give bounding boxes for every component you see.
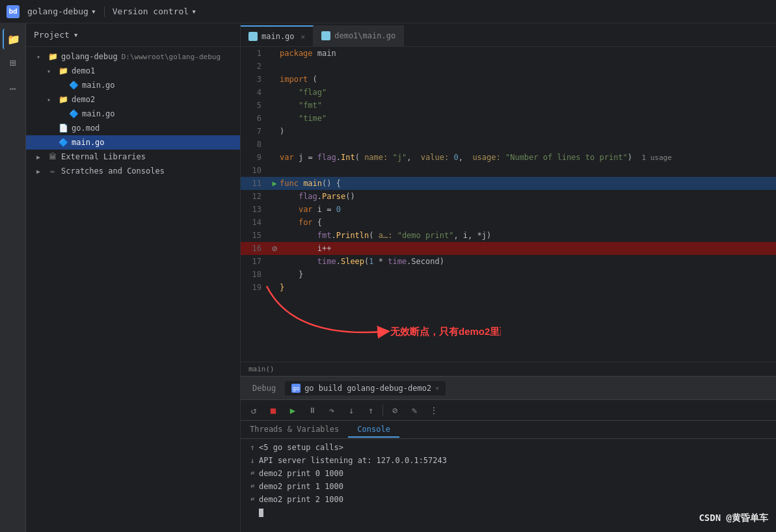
tab-demo1-main[interactable]: demo1\main.go (314, 25, 404, 46)
version-control[interactable]: Version control ▾ (113, 7, 196, 16)
stop-btn[interactable]: ■ (265, 403, 281, 418)
tree-item-golang-debug[interactable]: ▾ 📁 golang-debug D:\wwwroot\golang-debug (26, 49, 240, 64)
line-bp-space (269, 113, 280, 124)
line-number: 2 (246, 62, 269, 71)
tree-item-demo1[interactable]: ▾ 📁 demo1 (26, 64, 240, 78)
code-text: var i = 0 (280, 205, 341, 214)
code-content: 1 package main 2 3 import ( (241, 47, 776, 362)
tab-label: main.go (261, 32, 295, 41)
console-eq-icon: ⇄ (246, 482, 259, 489)
tree-item-demo1-main[interactable]: 🔷 main.go (26, 78, 240, 92)
main-layout: 📁 ⊞ … Project ▾ ▾ 📁 golang-debug D:\wwwr… (0, 23, 776, 532)
separator (104, 7, 105, 17)
console-text: demo2 print 0 1000 (259, 469, 343, 478)
line-number: 13 (246, 205, 269, 214)
line-breakpoint-indicator[interactable]: ⊘ (269, 243, 280, 254)
debug-tab-label: Debug (252, 384, 276, 393)
tree-arrow: ▶ (36, 153, 47, 161)
line-run-marker: ▶ (269, 178, 280, 189)
code-line: 13 var i = 0 (241, 203, 776, 216)
tab-label: demo1\main.go (334, 31, 395, 40)
line-number: 19 (246, 283, 269, 292)
debug-content-tabs: Threads & Variables Console (241, 421, 776, 439)
code-line: 4 "flag" (241, 86, 776, 99)
sidebar-chevron[interactable]: ▾ (74, 30, 79, 40)
line-bp-space (269, 139, 280, 150)
project-icon-btn[interactable]: 📁 (3, 29, 23, 49)
line-bp-space (269, 204, 280, 215)
code-text: import ( (280, 75, 317, 84)
code-text (280, 140, 284, 149)
code-text: fmt.Println( a…: "demo print", i, *j) (280, 231, 491, 240)
tree-item-demo2[interactable]: ▾ 📁 demo2 (26, 92, 240, 107)
console-eq-icon: ⇄ (246, 495, 259, 502)
sidebar-header: Project ▾ (26, 23, 240, 47)
code-line: 19 } (241, 281, 776, 294)
code-scroll-area[interactable]: 1 package main 2 3 import ( (241, 47, 776, 362)
toolbar-separator (382, 405, 383, 416)
eval-btn[interactable]: ⊘ (387, 403, 403, 418)
line-bp-space (269, 191, 280, 202)
tree-item-ext-lib[interactable]: ▶ 🏛 External Libraries (26, 150, 240, 164)
go-build-tab[interactable]: go go build golang-debug-demo2 ✕ (285, 381, 446, 395)
code-line-11: 11 ▶ func main() { (241, 177, 776, 190)
tree-item-go-mod[interactable]: 📄 go.mod (26, 121, 240, 135)
console-eq-icon: ⇄ (246, 469, 259, 476)
line-number: 17 (246, 257, 269, 266)
debug-toolbar: ↺ ■ ▶ ⏸ ↷ ↓ ↑ ⊘ ✎ ⋮ (241, 400, 776, 421)
tabs-bar: main.go ✕ demo1\main.go (241, 23, 776, 47)
step-out-btn[interactable]: ↑ (363, 403, 379, 418)
tab-console[interactable]: Console (348, 422, 399, 438)
console-line: ↓ API server listening at: 127.0.0.1:572… (241, 455, 776, 468)
tab-file-icon (321, 31, 330, 40)
line-bp-space (269, 74, 280, 85)
debug-session-tab[interactable]: Debug (246, 381, 282, 395)
console-line: ↑ <5 go setup calls> (241, 442, 776, 455)
clear-btn[interactable]: ✎ (407, 403, 422, 418)
tree-item-demo2-main[interactable]: 🔷 main.go (26, 107, 240, 121)
code-line-16-bp: 16 ⊘ i++ (241, 242, 776, 255)
line-number: 6 (246, 114, 269, 123)
tab-threads-variables[interactable]: Threads & Variables (241, 422, 348, 438)
console-line: ⇄ demo2 print 2 1000 (241, 494, 776, 507)
line-number: 7 (246, 127, 269, 136)
tree-item-scratches[interactable]: ▶ ✏ Scratches and Consoles (26, 164, 240, 178)
code-line: 12 flag.Parse() (241, 190, 776, 203)
go-build-tab-close[interactable]: ✕ (435, 384, 439, 392)
version-control-dropdown-icon[interactable]: ▾ (191, 7, 196, 16)
more-tools-icon-btn[interactable]: … (3, 75, 23, 96)
tree-label: main.go (82, 109, 115, 118)
settings-btn[interactable]: ⋮ (426, 403, 442, 418)
console-text: API server listening at: 127.0.0.1:57243 (259, 456, 447, 465)
line-number: 9 (246, 153, 269, 162)
line-number: 5 (246, 101, 269, 110)
tab-main-go[interactable]: main.go ✕ (241, 25, 314, 46)
project-dropdown-icon[interactable]: ▾ (91, 7, 96, 16)
tree-item-main-go-active[interactable]: 🔷 main.go (26, 135, 240, 150)
console-cursor-text (259, 508, 263, 517)
step-into-btn[interactable]: ↓ (343, 403, 359, 418)
console-text: <5 go setup calls> (259, 443, 343, 452)
mod-file-icon: 📄 (57, 122, 69, 134)
tree-arrow: ▶ (36, 168, 47, 175)
console-cursor-line (241, 507, 776, 520)
line-bp-space (269, 152, 280, 163)
project-title[interactable]: golang-debug ▾ (27, 7, 96, 16)
step-over-btn[interactable]: ↷ (324, 403, 340, 418)
console-output: ↑ <5 go setup calls> ↓ API server listen… (241, 439, 776, 532)
editor-area: main.go ✕ demo1\main.go 1 package main (241, 23, 776, 532)
version-control-label: Version control (113, 7, 189, 16)
line-bp-space (269, 48, 280, 59)
tab-close-btn[interactable]: ✕ (301, 33, 306, 41)
code-editor: 1 package main 2 3 import ( (241, 47, 776, 376)
structure-icon-btn[interactable]: ⊞ (3, 52, 23, 73)
code-text: ) (280, 127, 284, 136)
rerun-btn[interactable]: ↺ (246, 403, 261, 418)
line-bp-space (269, 165, 280, 176)
resume-btn[interactable]: ▶ (285, 403, 301, 418)
file-tree: ▾ 📁 golang-debug D:\wwwroot\golang-debug… (26, 47, 240, 532)
line-bp-space (269, 217, 280, 228)
console-cursor (259, 509, 263, 517)
pause-btn[interactable]: ⏸ (304, 403, 320, 418)
breadcrumb: main() (248, 365, 274, 373)
